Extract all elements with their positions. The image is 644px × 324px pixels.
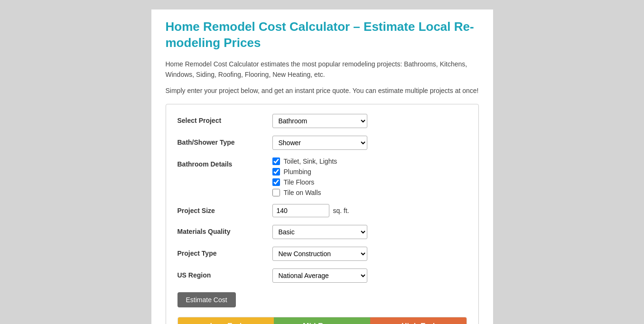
- low-end-label: Low End: [178, 317, 274, 324]
- description-2: Simply enter your project below, and get…: [166, 85, 479, 96]
- materials-quality-row: Materials Quality Basic Standard Premium: [177, 225, 467, 239]
- checkbox-plumbing-label: Plumbing: [284, 168, 311, 176]
- bathroom-details-control: Toilet, Sink, Lights Plumbing Tile Floor…: [272, 157, 467, 196]
- result-col-high: High End $0: [370, 317, 467, 324]
- bath-shower-row: Bath/Shower Type Shower Bathtub Both: [177, 136, 467, 150]
- checkbox-item-tile-walls: Tile on Walls: [272, 189, 467, 196]
- us-region-label: US Region: [177, 268, 272, 279]
- checkbox-toilet-label: Toilet, Sink, Lights: [284, 157, 337, 165]
- estimate-cost-button[interactable]: Estimate Cost: [177, 292, 236, 307]
- description-1: Home Remodel Cost Calculator estimates t…: [166, 59, 479, 80]
- checkbox-toilet-sink-lights[interactable]: [272, 157, 280, 165]
- mid-range-label: Mid Range: [274, 317, 370, 324]
- bath-shower-control: Shower Bathtub Both: [272, 136, 467, 150]
- results-box: Low End $0 Mid Range $0: [177, 317, 467, 324]
- result-col-low: Low End $0: [178, 317, 274, 324]
- checkbox-item-toilet: Toilet, Sink, Lights: [272, 157, 467, 165]
- select-project-control: Bathroom Kitchen Windows Siding Roofing …: [272, 114, 467, 128]
- checkbox-tile-floors[interactable]: [272, 178, 280, 186]
- size-unit-label: sq. ft.: [333, 207, 349, 214]
- project-size-input[interactable]: [272, 204, 329, 217]
- bathroom-details-label: Bathroom Details: [177, 157, 272, 168]
- checkbox-plumbing[interactable]: [272, 168, 280, 176]
- bathroom-details-row: Bathroom Details Toilet, Sink, Lights Pl…: [177, 157, 467, 196]
- project-size-label: Project Size: [177, 204, 272, 214]
- bath-shower-label: Bath/Shower Type: [177, 136, 272, 146]
- us-region-control: National Average Northeast Midwest South…: [272, 268, 467, 283]
- project-type-row: Project Type New Construction Remodel: [177, 247, 467, 261]
- checkbox-item-plumbing: Plumbing: [272, 168, 467, 176]
- select-project-label: Select Project: [177, 114, 272, 124]
- project-type-label: Project Type: [177, 247, 272, 257]
- us-region-dropdown[interactable]: National Average Northeast Midwest South…: [272, 268, 367, 283]
- results-header: Low End $0 Mid Range $0: [178, 317, 467, 324]
- checkbox-group: Toilet, Sink, Lights Plumbing Tile Floor…: [272, 157, 467, 196]
- checkbox-tile-walls[interactable]: [272, 189, 280, 196]
- us-region-row: US Region National Average Northeast Mid…: [177, 268, 467, 283]
- project-size-control: sq. ft.: [272, 204, 467, 217]
- page-title: Home Remodel Cost Calculator – Estimate …: [166, 19, 479, 51]
- project-size-row: Project Size sq. ft.: [177, 204, 467, 217]
- checkbox-tile-walls-label: Tile on Walls: [284, 189, 321, 196]
- select-project-row: Select Project Bathroom Kitchen Windows …: [177, 114, 467, 128]
- result-col-mid: Mid Range $0: [274, 317, 370, 324]
- materials-quality-label: Materials Quality: [177, 225, 272, 235]
- select-project-dropdown[interactable]: Bathroom Kitchen Windows Siding Roofing …: [272, 114, 367, 128]
- size-input-group: sq. ft.: [272, 204, 467, 217]
- bath-shower-dropdown[interactable]: Shower Bathtub Both: [272, 136, 367, 150]
- checkbox-item-tile-floors: Tile Floors: [272, 178, 467, 186]
- high-end-label: High End: [370, 317, 467, 324]
- project-type-control: New Construction Remodel: [272, 247, 467, 261]
- checkbox-tile-floors-label: Tile Floors: [284, 178, 315, 186]
- materials-quality-control: Basic Standard Premium: [272, 225, 467, 239]
- calculator-box: Select Project Bathroom Kitchen Windows …: [166, 104, 479, 324]
- project-type-dropdown[interactable]: New Construction Remodel: [272, 247, 367, 261]
- materials-quality-dropdown[interactable]: Basic Standard Premium: [272, 225, 367, 239]
